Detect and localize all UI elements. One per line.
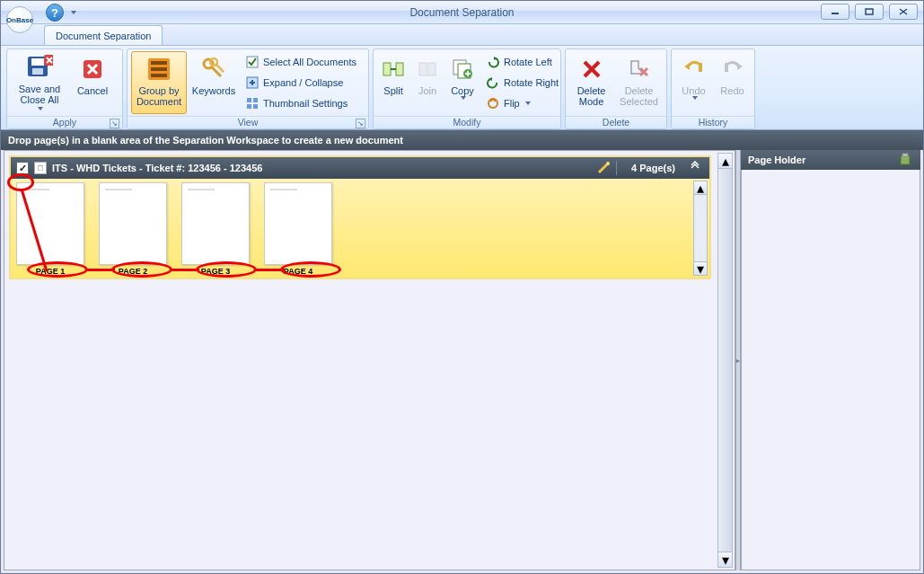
undo-button[interactable]: Undo [675, 51, 712, 114]
app-logo-text: OnBase [6, 16, 33, 24]
svg-rect-28 [253, 104, 258, 109]
quick-access-dropdown[interactable] [67, 11, 78, 14]
svg-rect-29 [383, 63, 391, 75]
group-by-document-button[interactable]: Group by Document [131, 51, 187, 114]
page-thumbnail[interactable]: PAGE 1 [14, 182, 86, 276]
rotate-right-icon [486, 75, 500, 90]
delete-mode-button[interactable]: Delete Mode [569, 51, 613, 114]
tab-label: Document Separation [56, 31, 151, 41]
page-thumbnail[interactable]: PAGE 4 [262, 182, 334, 276]
page-holder-title: Page Holder [748, 155, 805, 165]
workspace-scrollbar[interactable]: ▴ ▾ [717, 153, 733, 568]
group-label-apply: Apply↘ [7, 116, 122, 128]
clipboard-icon[interactable] [899, 153, 913, 167]
page-thumbnail[interactable]: PAGE 3 [180, 182, 251, 276]
thumbnail-settings-icon [245, 96, 260, 110]
svg-rect-15 [151, 67, 167, 71]
keywords-icon [199, 55, 228, 84]
view-launcher[interactable]: ↘ [356, 119, 365, 128]
svg-rect-6 [32, 68, 43, 75]
svg-point-41 [488, 99, 497, 108]
tab-document-separation[interactable]: Document Separation [44, 25, 163, 45]
rotate-left-button[interactable]: Rotate Left [481, 52, 563, 72]
app-logo[interactable]: OnBase [6, 6, 33, 33]
close-button[interactable] [889, 4, 918, 20]
delete-selected-button[interactable]: Delete Selected [615, 51, 663, 114]
keywords-button[interactable]: Keywords [189, 51, 239, 114]
svg-rect-27 [247, 104, 251, 109]
separation-workspace[interactable]: ✓ □ ITS - WHD Tickets - Ticket #: 123456… [4, 150, 735, 570]
document-type-icon[interactable]: □ [34, 162, 47, 174]
page-preview[interactable] [16, 182, 84, 265]
page-label: PAGE 4 [284, 267, 312, 276]
page-label: PAGE 3 [201, 267, 230, 276]
expand-collapse-button[interactable]: Expand / Collapse [241, 73, 361, 93]
minimize-icon [830, 7, 840, 16]
svg-rect-14 [151, 61, 167, 65]
group-by-document-icon [145, 55, 173, 84]
help-button[interactable]: ? [46, 4, 64, 22]
magic-wand-icon[interactable] [596, 161, 611, 175]
select-all-documents-button[interactable]: Select All Documents [241, 52, 361, 72]
svg-rect-1 [866, 9, 873, 14]
document-header[interactable]: ✓ □ ITS - WHD Tickets - Ticket #: 123456… [11, 157, 709, 179]
svg-line-50 [599, 164, 607, 172]
split-button[interactable]: Split [377, 51, 409, 114]
cancel-button[interactable]: Cancel [70, 51, 115, 114]
svg-rect-25 [247, 98, 251, 102]
ribbon-tab-row: Document Separation [1, 24, 923, 46]
collapse-button[interactable] [690, 161, 704, 175]
page-count-label: 4 Page(s) [622, 163, 684, 173]
ribbon: Save and Close All Cancel Apply↘ Group b… [1, 46, 923, 130]
scroll-up-icon[interactable]: ▴ [718, 154, 732, 169]
scroll-up-icon[interactable]: ▴ [694, 181, 707, 195]
rotate-left-icon [486, 55, 500, 69]
scroll-down-icon[interactable]: ▾ [694, 261, 707, 275]
document-select-checkbox[interactable]: ✓ [16, 162, 29, 174]
document-title: ITS - WHD Tickets - Ticket #: 123456 - 1… [52, 163, 591, 173]
maximize-button[interactable] [855, 4, 884, 20]
svg-rect-16 [151, 74, 167, 77]
join-button[interactable]: Join [411, 51, 444, 114]
copy-button[interactable]: Copy [445, 51, 480, 114]
svg-marker-48 [737, 63, 743, 70]
flip-button[interactable]: Flip [481, 93, 563, 113]
svg-point-51 [606, 162, 610, 165]
split-icon [379, 55, 408, 84]
redo-button[interactable]: Redo [714, 51, 751, 114]
delete-selected-icon [625, 55, 654, 84]
rotate-right-button[interactable]: Rotate Right [481, 73, 563, 93]
page-label: PAGE 2 [119, 267, 147, 276]
window-title: Document Separation [1, 6, 923, 19]
minimize-button[interactable] [821, 4, 849, 20]
scroll-down-icon[interactable]: ▾ [718, 552, 732, 567]
page-holder-panel: Page Holder [741, 150, 920, 570]
page-thumbnail[interactable]: PAGE 2 [97, 182, 169, 276]
thumbnail-settings-button[interactable]: Thumbnail Settings [241, 93, 361, 113]
thumbnail-scrollbar[interactable]: ▴ ▾ [693, 181, 708, 276]
group-label-view: View↘ [128, 116, 368, 128]
svg-rect-30 [396, 63, 403, 75]
close-icon [898, 7, 909, 16]
checkbox-icon [245, 55, 260, 69]
flip-icon [486, 96, 500, 110]
save-icon [25, 55, 54, 82]
undo-icon [680, 55, 708, 84]
svg-rect-47 [699, 63, 702, 72]
apply-launcher[interactable]: ↘ [110, 119, 119, 128]
document-panel: ✓ □ ITS - WHD Tickets - Ticket #: 123456… [9, 155, 711, 279]
thumbnail-row[interactable]: PAGE 1 PAGE 2 PAGE 3 PAGE 4 ▴ ▾ [11, 179, 709, 278]
svg-marker-46 [684, 63, 690, 70]
page-preview[interactable] [181, 182, 250, 265]
instruction-bar: Drop page(s) in a blank area of the Sepa… [1, 130, 923, 150]
group-label-history: History [672, 116, 754, 128]
page-label: PAGE 1 [36, 267, 65, 276]
join-icon [413, 55, 442, 84]
page-preview[interactable] [99, 182, 167, 265]
page-preview[interactable] [264, 182, 332, 265]
maximize-icon [864, 7, 875, 16]
instruction-text: Drop page(s) in a blank area of the Sepa… [8, 135, 403, 146]
page-holder-body[interactable] [741, 170, 920, 570]
page-holder-header: Page Holder [741, 150, 920, 170]
save-and-close-all-button[interactable]: Save and Close All [11, 51, 68, 114]
